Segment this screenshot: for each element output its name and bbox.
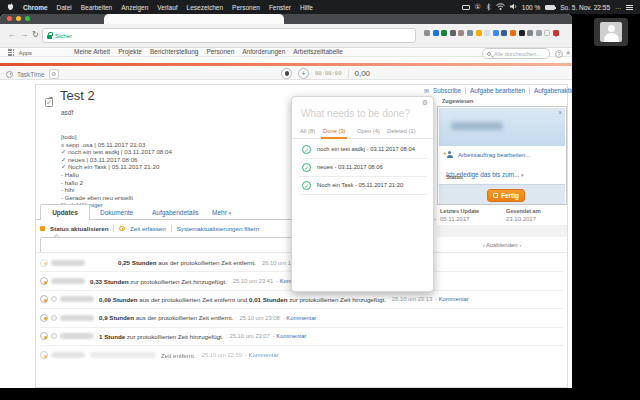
filter-updates-link[interactable]: Systemaktualisierungen filtern <box>177 225 260 232</box>
comment-link[interactable]: Kommentar <box>283 315 317 321</box>
help-icon[interactable]: ? <box>555 50 563 58</box>
subscribe-icon: ✉ <box>424 87 429 94</box>
star-icon[interactable]: ★ <box>565 49 571 57</box>
remove-assignee-icon[interactable]: × <box>558 109 562 116</box>
close-window-button[interactable] <box>7 16 12 21</box>
tab-dokumente[interactable]: Dokumente <box>100 209 133 216</box>
menu-personen[interactable]: Personen <box>232 4 260 11</box>
todo-item[interactable]: ✓ noch ein test asdkj - 03.11.2017 08:04 <box>292 140 433 158</box>
update-status-link[interactable]: Status aktualisieren <box>50 225 108 232</box>
clock-icon <box>119 226 125 232</box>
check-icon[interactable]: ✓ <box>302 163 311 172</box>
check-icon[interactable]: ✓ <box>302 181 311 190</box>
apple-menu-icon[interactable] <box>7 3 14 12</box>
comment-link[interactable]: Kommentar <box>245 352 279 358</box>
address-bar[interactable]: Sicher <box>42 28 416 43</box>
extension-icon[interactable] <box>519 30 525 36</box>
user-avatar <box>600 22 622 42</box>
menubar-clock[interactable]: So. 5. Nov. 22:55 <box>560 4 610 11</box>
extension-icon[interactable] <box>544 30 550 36</box>
zoom-window-button[interactable] <box>25 16 30 21</box>
todo-tab-all[interactable]: All (8) <box>300 128 315 134</box>
timer-avatar-icon <box>40 295 48 303</box>
gear-icon[interactable]: ⚙ <box>422 99 428 107</box>
menu-bearbeiten[interactable]: Bearbeiten <box>81 4 112 11</box>
complete-button[interactable]: Fertig <box>487 189 525 202</box>
extension-icon[interactable] <box>458 30 464 36</box>
battery-icon[interactable] <box>545 5 555 10</box>
extension-icon[interactable] <box>510 30 516 36</box>
browser-tab[interactable] <box>104 14 284 24</box>
extension-icon[interactable] <box>433 30 439 36</box>
bluetooth-icon[interactable] <box>486 3 491 12</box>
comment-link[interactable]: Kommentar <box>273 333 307 339</box>
menu-chrome[interactable]: Chrome <box>23 4 48 11</box>
browser-menu-icon[interactable]: ⋮ <box>552 29 560 38</box>
task-actions-link[interactable]: Aufgabenaktionen ▾ <box>534 87 572 94</box>
nav-meine-arbeit[interactable]: Meine Arbeit <box>74 48 110 55</box>
extension-icon[interactable] <box>476 30 482 36</box>
nav-anforderungen[interactable]: Anforderungen <box>242 48 285 55</box>
menu-verlauf[interactable]: Verlauf <box>157 4 177 11</box>
apps-grid-icon[interactable] <box>8 49 14 55</box>
extension-icon[interactable] <box>501 30 507 36</box>
todo-tab-done[interactable]: Done (3) <box>323 128 346 134</box>
extension-icon[interactable] <box>527 30 533 36</box>
extension-icon[interactable] <box>441 30 447 36</box>
menu-datei[interactable]: Datei <box>57 4 72 11</box>
subscribe-link[interactable]: Subscribe <box>433 87 461 94</box>
menu-hilfe[interactable]: Hilfe <box>300 4 313 11</box>
siri-icon[interactable]: ⋯ <box>615 4 621 11</box>
edit-task-link[interactable]: Aufgabe bearbeiten <box>470 87 525 94</box>
extension-icon[interactable] <box>484 30 490 36</box>
record-time-button[interactable] <box>281 68 292 79</box>
volume-icon[interactable] <box>510 3 517 11</box>
nav-arbeitszeittabelle[interactable]: Arbeitszeittabelle <box>293 48 343 55</box>
comment-link[interactable]: Kommentar <box>435 296 469 302</box>
reload-icon[interactable]: ↻ <box>32 31 39 39</box>
back-button[interactable]: ← <box>8 31 16 39</box>
task-subtitle: asdf <box>61 109 73 116</box>
todo-input[interactable]: What needs to be done? <box>301 108 410 119</box>
menu-fenster[interactable]: Fenster <box>269 4 291 11</box>
tab-mehr[interactable]: Mehr ▾ <box>212 209 231 216</box>
minimize-window-button[interactable] <box>16 16 21 21</box>
display-icon[interactable] <box>462 5 470 10</box>
security-label[interactable]: Sicher <box>55 33 72 39</box>
redacted-username <box>60 296 94 302</box>
app-navigation: Meine Arbeit Projekte Berichterstellung … <box>74 48 343 55</box>
hide-panel-link[interactable]: ‹ Ausblenden › <box>437 242 567 248</box>
extension-icon[interactable] <box>450 30 456 36</box>
tracked-amount: 0,00 <box>355 69 371 78</box>
track-time-link[interactable]: Zeit erfassen <box>130 225 166 232</box>
menu-lesezeichen[interactable]: Lesezeichen <box>187 4 224 11</box>
extension-icon[interactable] <box>424 30 430 36</box>
nav-berichterstellung[interactable]: Berichterstellung <box>150 48 198 55</box>
edit-assignment-link[interactable]: Arbeitsauftrag bearbeiten... <box>458 152 530 158</box>
todo-tab-open[interactable]: Open (4) <box>357 128 380 134</box>
app-avatar-icon <box>51 333 57 339</box>
tasktime-settings-icon[interactable]: ⚙ <box>49 69 59 79</box>
circled-one-icon[interactable]: ① <box>475 3 481 11</box>
apps-label[interactable]: Apps <box>18 50 32 56</box>
todo-item[interactable]: ✓ Noch ein Task - 05.11.2017 21:20 <box>292 176 433 194</box>
extension-icon[interactable] <box>536 30 542 36</box>
profile-window[interactable] <box>594 18 628 46</box>
todo-tab-deleted[interactable]: Deleted (1) <box>387 128 416 134</box>
check-icon[interactable]: ✓ <box>302 145 311 154</box>
todo-item[interactable]: ✓ neues - 03.11.2017 08:06 <box>292 158 433 176</box>
notification-center-icon[interactable] <box>626 4 633 11</box>
search-input[interactable]: Alle durchsuchen... <box>482 48 550 59</box>
extension-icon[interactable] <box>493 30 499 36</box>
assignee-card[interactable]: × <box>439 108 565 146</box>
nav-personen[interactable]: Personen <box>206 48 234 55</box>
tab-aufgabendetails[interactable]: Aufgabendetails <box>152 209 199 216</box>
add-time-button[interactable]: + <box>298 68 309 79</box>
tab-updates[interactable]: Updates <box>40 204 90 220</box>
task-title[interactable]: Test 2 <box>60 88 95 103</box>
extension-icon[interactable] <box>467 30 473 36</box>
nav-projekte[interactable]: Projekte <box>118 48 142 55</box>
menu-anzeigen[interactable]: Anzeigen <box>121 4 148 11</box>
forward-button[interactable]: → <box>20 31 28 39</box>
wifi-icon[interactable] <box>496 3 505 11</box>
